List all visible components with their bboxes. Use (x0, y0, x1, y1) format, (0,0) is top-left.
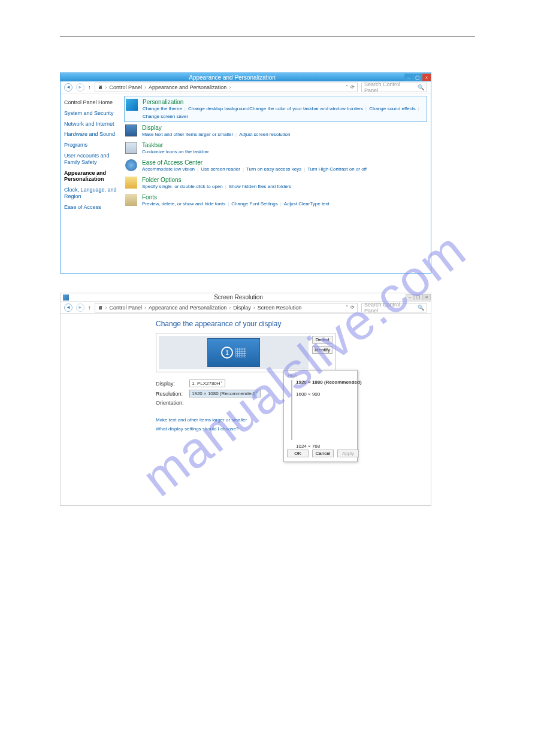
monitor-grid-icon (235, 348, 246, 357)
crumb-3[interactable]: Screen Resolution (258, 305, 302, 311)
search-input[interactable]: Search Control Panel 🔍 (361, 303, 427, 312)
refresh-button[interactable]: ⟳ (350, 305, 355, 310)
cat-title[interactable]: Taskbar (142, 142, 426, 148)
sidebar-item-programs[interactable]: Programs (64, 142, 117, 148)
refresh-button[interactable]: ⟳ (350, 84, 355, 90)
crumb-2[interactable]: Display (233, 305, 251, 311)
resolution-label: Resolution: (156, 391, 189, 397)
forward-button[interactable]: ► (76, 303, 84, 312)
sidebar-item-network[interactable]: Network and Internet (64, 121, 117, 127)
up-button[interactable]: ↑ (88, 305, 91, 311)
link[interactable]: Specify single- or double-click to open (142, 184, 223, 189)
crumb-0[interactable]: Control Panel (110, 305, 143, 311)
sidebar-item-hardware[interactable]: Hardware and Sound (64, 131, 117, 138)
page-heading: Change the appearance of your display (156, 320, 335, 328)
cat-title[interactable]: Personalization (143, 99, 425, 105)
cat-title[interactable]: Folder Options (142, 177, 426, 183)
taskbar-icon (125, 142, 137, 154)
link[interactable]: Change desktop background (188, 106, 249, 111)
close-button[interactable]: × (422, 294, 431, 300)
resolution-option-low[interactable]: 1024 × 768 (296, 444, 320, 449)
category-personalization: Personalization Change the theme| Change… (124, 96, 427, 122)
link[interactable]: Change screen saver (143, 114, 188, 119)
sidebar-item-appearance[interactable]: Appearance and Personalization (64, 170, 117, 183)
identify-button[interactable]: Identify (312, 346, 333, 354)
sidebar-item-clock[interactable]: Clock, Language, and Region (64, 187, 117, 200)
ok-button[interactable]: OK (287, 450, 309, 457)
addr-dropdown[interactable]: ˅ (346, 84, 348, 90)
link[interactable]: Preview, delete, or show and hide fonts (142, 201, 225, 207)
page-rule (60, 36, 475, 37)
monitor-1[interactable]: 1 (207, 338, 260, 367)
link[interactable]: Adjust ClearType text (284, 201, 330, 207)
address-bar[interactable]: 🖥 › Control Panel › Appearance and Perso… (95, 303, 358, 312)
category-display: Display Make text and other items larger… (124, 122, 427, 139)
addr-dropdown[interactable]: ˅ (346, 305, 348, 310)
display-select[interactable]: 1. PLX2780H˅ (189, 379, 225, 387)
ease-icon (125, 159, 137, 171)
nav-toolbar: ◄ ► ↑ 🖥 › Control Panel › Appearance and… (61, 302, 431, 314)
titlebar: Appearance and Personalization – ▢ × (61, 73, 431, 81)
minimize-button[interactable]: – (406, 294, 414, 300)
crumb-1[interactable]: Appearance and Personalization (149, 84, 226, 90)
link[interactable]: Make text and other items larger or smal… (142, 132, 233, 137)
maximize-button[interactable]: ▢ (414, 294, 422, 300)
monitor-number: 1 (221, 347, 233, 359)
forward-button[interactable]: ► (76, 83, 84, 92)
link[interactable]: Change the theme (143, 106, 182, 111)
link[interactable]: Accommodate low vision (142, 166, 195, 172)
slider-high-label: High (288, 373, 353, 378)
sidebar-item-user-accounts[interactable]: User Accounts and Family Safety (64, 153, 117, 166)
crumb-0[interactable]: Control Panel (110, 84, 143, 90)
sidebar: Control Panel Home System and Security N… (61, 93, 120, 273)
close-button[interactable]: × (422, 74, 431, 81)
sidebar-item-home[interactable]: Control Panel Home (64, 99, 117, 106)
drive-icon: 🖥 (98, 305, 103, 311)
link[interactable]: Turn on easy access keys (246, 166, 301, 172)
display-icon (125, 125, 137, 136)
search-placeholder: Search Control Panel (364, 81, 415, 93)
crumb-1[interactable]: Appearance and Personalization (149, 305, 226, 311)
cat-title[interactable]: Display (142, 125, 426, 131)
cancel-button[interactable]: Cancel (312, 450, 334, 457)
slider-track[interactable] (291, 380, 292, 440)
resolution-option-rec[interactable]: 1920 × 1080 (Recommended) (296, 379, 362, 385)
link[interactable]: Use screen reader (201, 166, 240, 172)
link[interactable]: Customize icons on the taskbar (142, 149, 209, 154)
search-input[interactable]: Search Control Panel 🔍 (361, 83, 427, 92)
monitor-preview[interactable]: 1 (159, 336, 309, 369)
window-title: Screen Resolution (71, 294, 406, 300)
window-buttons: – ▢ × (404, 74, 431, 81)
link[interactable]: Change Font Settings (231, 201, 277, 207)
resolution-option-mid[interactable]: 1600 × 900 (296, 391, 320, 397)
category-folder-options: Folder Options Specify single- or double… (124, 174, 427, 192)
drive-icon: 🖥 (98, 84, 103, 90)
cat-title[interactable]: Fonts (142, 194, 426, 201)
address-bar[interactable]: 🖥 › Control Panel › Appearance and Perso… (95, 83, 358, 92)
link[interactable]: Turn High Contrast on or off (307, 166, 367, 172)
category-ease-of-access: Ease of Access Center Accommodate low vi… (124, 157, 427, 174)
display-label: Display: (156, 381, 189, 387)
detect-button[interactable]: Detect (312, 336, 333, 344)
search-placeholder: Search Control Panel (364, 302, 415, 314)
search-icon: 🔍 (418, 84, 424, 90)
window-appearance-personalization: Appearance and Personalization – ▢ × ◄ ►… (60, 72, 431, 274)
up-button[interactable]: ↑ (88, 84, 91, 90)
sidebar-item-system[interactable]: System and Security (64, 110, 117, 117)
window-screen-resolution: Screen Resolution – ▢ × ◄ ► ↑ 🖥 › Contro… (60, 293, 431, 506)
content-area: Change the appearance of your display 1 … (61, 314, 431, 505)
link[interactable]: Change sound effects (369, 106, 416, 111)
link[interactable]: Show hidden files and folders (229, 184, 292, 189)
sidebar-item-ease[interactable]: Ease of Access (64, 204, 117, 211)
maximize-button[interactable]: ▢ (413, 74, 422, 81)
back-button[interactable]: ◄ (64, 83, 72, 92)
link[interactable]: Adjust screen resolution (239, 132, 290, 137)
cat-title[interactable]: Ease of Access Center (142, 159, 426, 166)
link[interactable]: Change the color of your taskbar and win… (249, 106, 363, 111)
folder-icon (125, 177, 137, 189)
minimize-button[interactable]: – (404, 74, 413, 81)
nav-toolbar: ◄ ► ↑ 🖥 › Control Panel › Appearance and… (61, 81, 431, 93)
resolution-select[interactable]: 1920 × 1080 (Recommended)˅ (189, 390, 261, 397)
apply-button[interactable]: Apply (337, 450, 359, 457)
back-button[interactable]: ◄ (64, 303, 72, 312)
